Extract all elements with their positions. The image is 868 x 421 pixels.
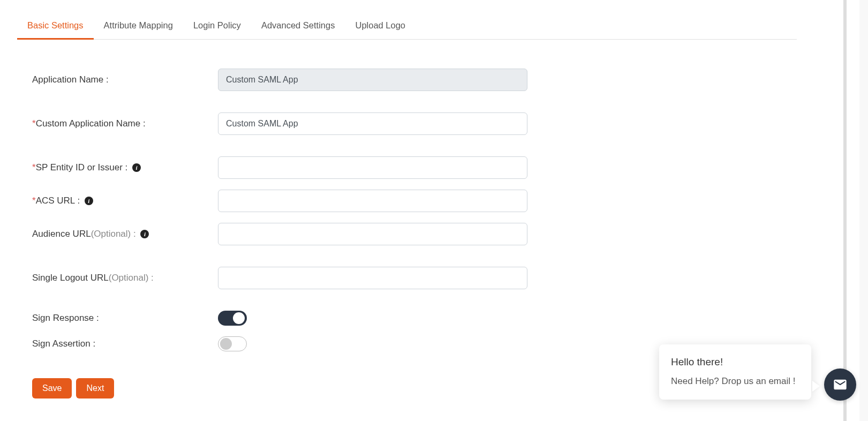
chat-arrow: [812, 381, 820, 392]
chat-message: Need Help? Drop us an email !: [671, 374, 799, 388]
info-icon[interactable]: i: [132, 163, 141, 172]
info-icon[interactable]: i: [85, 197, 93, 205]
input-sp-entity-id[interactable]: [218, 156, 527, 179]
toggle-sign-assertion[interactable]: [218, 336, 247, 351]
input-acs-url[interactable]: [218, 190, 527, 212]
next-button[interactable]: Next: [76, 378, 114, 399]
mail-icon: [833, 377, 848, 392]
chat-popup: Hello there! Need Help? Drop us an email…: [659, 344, 811, 400]
input-application-name: [218, 69, 527, 91]
chat-button[interactable]: [824, 369, 856, 401]
panel-scrollbar[interactable]: [843, 0, 847, 421]
tab-login-policy[interactable]: Login Policy: [183, 20, 251, 40]
label-application-name: Application Name :: [32, 74, 218, 85]
chat-greeting: Hello there!: [671, 356, 799, 368]
required-marker: *: [32, 118, 36, 129]
label-acs-url: *ACS URL : i: [32, 196, 218, 206]
tab-basic-settings[interactable]: Basic Settings: [17, 20, 94, 40]
label-slo-url: Single Logout URL (Optional) :: [32, 273, 218, 283]
input-slo-url[interactable]: [218, 267, 527, 289]
label-sp-entity-id: *SP Entity ID or Issuer : i: [32, 162, 218, 173]
input-custom-app-name[interactable]: [218, 112, 527, 135]
label-sign-response: Sign Response :: [32, 313, 218, 324]
required-marker: *: [32, 162, 36, 173]
tab-bar: Basic Settings Attribute Mapping Login P…: [17, 0, 797, 40]
input-audience-url[interactable]: [218, 223, 527, 245]
tab-advanced-settings[interactable]: Advanced Settings: [251, 20, 345, 40]
tab-attribute-mapping[interactable]: Attribute Mapping: [94, 20, 183, 40]
browser-scrollbar[interactable]: [859, 0, 868, 421]
label-audience-url: Audience URL (Optional) : i: [32, 229, 218, 239]
label-sign-assertion: Sign Assertion :: [32, 339, 218, 349]
info-icon[interactable]: i: [140, 230, 149, 238]
tab-upload-logo[interactable]: Upload Logo: [345, 20, 416, 40]
save-button[interactable]: Save: [32, 378, 72, 399]
required-marker: *: [32, 196, 36, 206]
label-custom-app-name: *Custom Application Name :: [32, 118, 218, 129]
toggle-sign-response[interactable]: [218, 311, 247, 326]
